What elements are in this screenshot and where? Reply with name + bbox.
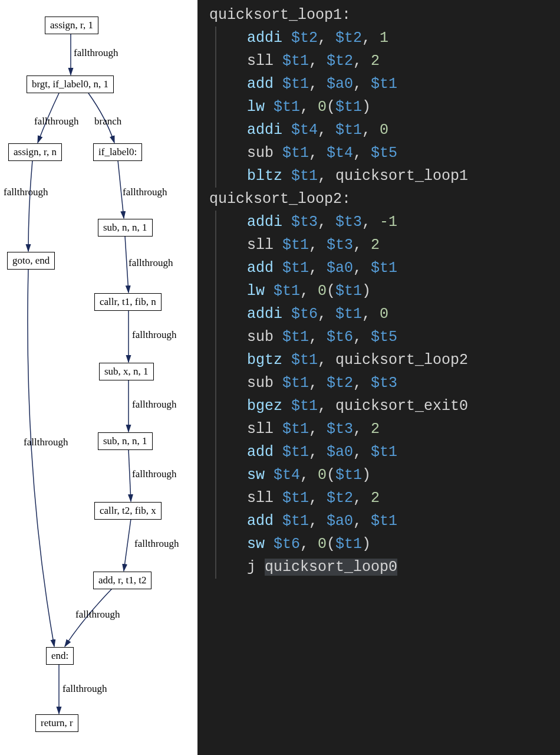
code-line: sub $t1, $t2, $t3 [215,372,560,395]
code-token: $t5 [371,329,397,346]
code-token: 2 [371,490,380,507]
code-token: $t6 [291,306,318,323]
code-token: $t4 [327,145,353,162]
code-token: , [309,76,327,93]
code-line: add $t1, $a0, $t1 [215,73,560,96]
node-assign-r-1: assign, r, 1 [45,17,98,34]
code-token: $t3 [327,421,353,438]
code-token: , [353,260,371,277]
code-token: , [353,145,371,162]
node-add-r-t1-t2: add, r, t1, t2 [93,572,151,589]
code-token: $t1 [335,283,362,300]
code-token: sub [247,375,282,392]
code-token: $t1 [282,145,309,162]
code-token: $t1 [291,168,318,185]
code-token: $t1 [291,352,318,369]
code-token: quicksort_loop2: [209,191,351,208]
code-token: , [353,490,371,507]
code-token: , [309,145,327,162]
code-token: addi [247,29,291,47]
code-token: , [318,168,335,185]
code-token: $t1 [282,421,309,438]
code-token: $t1 [371,513,397,530]
code-line: sll $t1, $t2, 2 [215,50,560,73]
code-token: , [362,306,380,323]
code-token: -1 [380,214,397,231]
code-token: $t5 [371,145,397,162]
code-token: , [362,29,380,47]
code-line: sw $t6, 0($t1) [215,533,560,556]
code-token: addi [247,214,291,231]
code-token: , [318,398,335,415]
code-line: lw $t1, 0($t1) [215,280,560,303]
code-panel[interactable]: quicksort_loop1:addi $t2, $t2, 1sll $t1,… [197,0,560,755]
code-token: $t1 [282,329,309,346]
code-line: bgtz $t1, quicksort_loop2 [215,349,560,372]
code-token: $t2 [327,490,353,507]
code-token: 0 [380,306,388,323]
code-token: $a0 [327,444,353,461]
code-token: $t3 [327,237,353,254]
code-token: bgez [247,398,291,415]
edge-label-e11: fallthrough [75,609,120,621]
code-line: sll $t1, $t3, 2 [215,418,560,441]
flowchart-panel: assign, r, 1 brgt, if_label0, n, 1 assig… [0,0,197,755]
edge-label-e13: fallthrough [62,683,107,695]
code-token: $t1 [335,306,362,323]
code-token: $t1 [274,99,300,116]
code-label-line: quicksort_loop1: [197,4,560,27]
node-sub-n-n-1-a: sub, n, n, 1 [98,219,153,237]
code-token: , [309,260,327,277]
node-end: end: [46,647,74,665]
code-token: $t1 [335,536,362,553]
code-token: lw [247,99,274,116]
code-line: addi $t3, $t3, -1 [215,211,560,234]
node-callr-t1: callr, t1, fib, n [94,293,162,311]
code-line: sub $t1, $t6, $t5 [215,326,560,349]
edge-label-e9: fallthrough [132,468,177,480]
code-token: , [309,52,327,70]
edge-label-e5: fallthrough [123,186,167,198]
code-token: quicksort_loop1 [335,168,468,185]
code-token: ) [362,283,371,300]
edge-label-e8: fallthrough [132,399,177,411]
code-token: addi [247,306,291,323]
code-token: $t1 [371,260,397,277]
code-token: $t1 [274,283,300,300]
node-callr-t2: callr, t2, fib, x [94,502,162,520]
code-token: $t2 [291,29,318,47]
code-line: addi $t4, $t1, 0 [215,119,560,142]
code-token: $t1 [371,76,397,93]
code-token: $a0 [327,76,353,93]
code-token: quicksort_exit0 [335,398,468,415]
code-token: $t2 [327,375,353,392]
node-sub-x-n-1: sub, x, n, 1 [99,363,154,380]
code-token: sll [247,421,282,438]
code-line: addi $t6, $t1, 0 [215,303,560,326]
edge-label-e7: fallthrough [132,329,177,341]
code-token: sub [247,329,282,346]
code-token: 0 [318,283,327,300]
code-token: , [309,421,327,438]
code-token: sw [247,467,274,484]
code-token: $t1 [282,490,309,507]
node-brgt: brgt, if_label0, n, 1 [27,76,114,93]
code-token: quicksort_loop1: [209,6,351,24]
code-token: 2 [371,421,380,438]
code-token: , [353,329,371,346]
code-token: $t1 [335,99,362,116]
code-line: sw $t4, 0($t1) [215,464,560,487]
code-token: , [300,467,318,484]
code-token: $t6 [274,536,300,553]
code-token: , [300,536,318,553]
code-token: j [247,559,265,576]
code-token: , [353,444,371,461]
code-token: add [247,260,282,277]
node-goto-end: goto, end [7,252,55,270]
code-token: , [318,306,335,323]
code-token: $t1 [282,237,309,254]
code-token: $t4 [291,122,318,139]
code-token: $t1 [335,122,362,139]
edge-label-e10: fallthrough [134,538,179,550]
code-token: , [309,444,327,461]
